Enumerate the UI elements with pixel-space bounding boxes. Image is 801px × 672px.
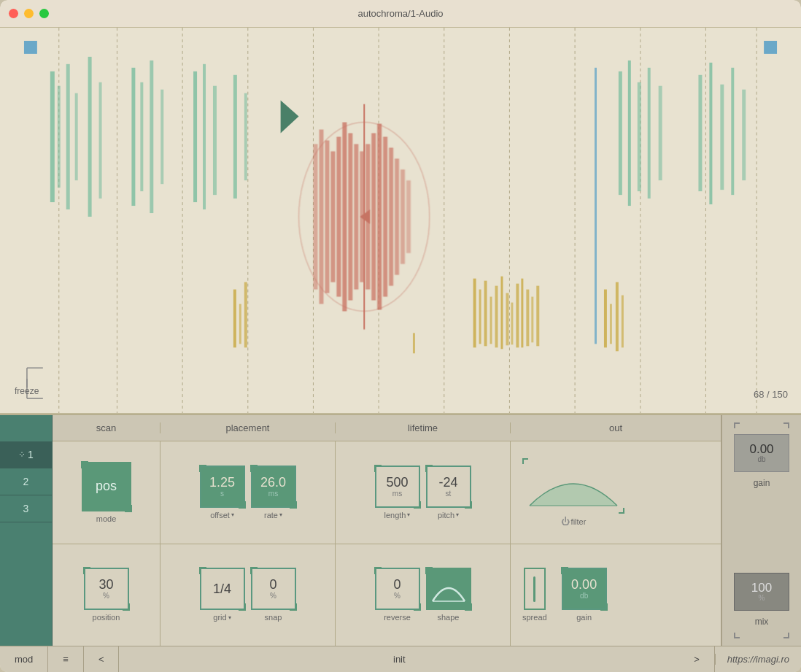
shape-display[interactable] (426, 568, 471, 610)
out-section: ⏻ filter (511, 441, 721, 544)
svg-rect-37 (342, 123, 347, 312)
svg-rect-67 (484, 281, 487, 347)
menu-button[interactable]: ≡ (48, 646, 84, 672)
minimize-button[interactable] (24, 9, 34, 18)
svg-rect-68 (490, 297, 492, 344)
viz-svg (0, 28, 801, 413)
rp-gain-knob[interactable]: 0.00 db (734, 434, 789, 472)
spread-label: spread (522, 613, 547, 622)
svg-rect-20 (99, 82, 102, 198)
rp-mix-label: mix (755, 617, 769, 627)
lifetime-header: lifetime (336, 422, 511, 433)
title-bar: autochroma/1-Audio (0, 0, 801, 28)
main-container: freeze 68 / 150 ⁘ 1 2 3 scan placeme (0, 28, 801, 672)
offset-knob[interactable]: 1.25 s (200, 466, 245, 508)
freeze-label[interactable]: freeze (15, 384, 39, 397)
right-panel: 0.00 db gain 100 % mix (721, 415, 801, 646)
grid-arrow[interactable]: ▾ (228, 614, 231, 621)
rate-label: rate ▾ (264, 511, 282, 520)
svg-rect-74 (521, 279, 523, 348)
svg-rect-15 (50, 72, 55, 202)
grid-knob[interactable]: 1/4 (200, 568, 245, 610)
svg-rect-18 (75, 93, 78, 181)
reverse-shape-section: 0 % reverse shape (336, 544, 511, 646)
svg-rect-26 (203, 64, 206, 209)
svg-rect-52 (619, 72, 622, 195)
reverse-knob[interactable]: 0 % (375, 568, 420, 610)
url-display: https://imagi.ro (715, 654, 801, 665)
svg-rect-66 (479, 290, 481, 344)
svg-rect-33 (319, 129, 323, 304)
offset-arrow[interactable]: ▾ (231, 511, 234, 518)
channel-2[interactable]: 2 (0, 468, 52, 495)
rp-bracket-top (734, 422, 789, 428)
svg-rect-64 (244, 282, 247, 348)
rate-knob[interactable]: 26.0 ms (251, 466, 296, 508)
position-label: position (93, 613, 120, 622)
section-headers: scan placement lifetime out (53, 415, 721, 441)
svg-rect-45 (389, 147, 393, 285)
filter-display (522, 458, 624, 511)
svg-rect-51 (595, 68, 597, 344)
viz-area: freeze 68 / 150 (0, 28, 801, 414)
svg-rect-76 (531, 297, 533, 343)
svg-rect-28 (233, 75, 237, 198)
svg-rect-59 (720, 85, 724, 190)
svg-rect-62 (233, 290, 236, 348)
bottom-bar: mod ≡ < init > https://imagi.ro (0, 646, 801, 672)
mod-button[interactable]: mod (0, 646, 48, 672)
channel-3[interactable]: 3 (0, 495, 52, 522)
close-button[interactable] (9, 9, 18, 18)
scan-section: pos mode (53, 441, 160, 544)
spread-display[interactable] (524, 568, 546, 610)
next-button[interactable]: > (679, 646, 715, 672)
pitch-arrow[interactable]: ▾ (456, 511, 459, 518)
svg-rect-53 (628, 61, 631, 206)
length-knob[interactable]: 500 ms (375, 466, 420, 508)
length-arrow[interactable]: ▾ (407, 511, 410, 518)
gain-label: gain (576, 613, 592, 622)
svg-rect-81 (616, 282, 619, 352)
filter-label: ⏻ filter (561, 517, 587, 527)
svg-rect-21 (131, 68, 135, 206)
offset-group: 1.25 s offset ▾ (200, 466, 245, 520)
mode-button[interactable]: pos (82, 462, 131, 511)
svg-rect-77 (536, 286, 539, 347)
svg-rect-61 (742, 90, 746, 181)
svg-rect-70 (500, 277, 503, 349)
svg-rect-35 (330, 151, 335, 282)
svg-rect-55 (648, 68, 651, 198)
rp-mix-knob[interactable]: 100 % (734, 573, 789, 611)
channel-1[interactable]: ⁘ 1 (0, 441, 52, 468)
placement-section: 1.25 s offset ▾ 26.0 ms (160, 441, 336, 544)
svg-rect-80 (610, 304, 612, 344)
svg-rect-16 (58, 86, 61, 188)
svg-rect-65 (473, 279, 476, 348)
svg-rect-63 (239, 304, 241, 344)
svg-rect-82 (622, 296, 624, 348)
snap-group: 0 % snap (251, 568, 296, 622)
gain-group: 0.00 db gain (562, 568, 607, 622)
svg-rect-71 (506, 293, 508, 346)
snap-knob[interactable]: 0 % (251, 568, 296, 610)
pitch-knob[interactable]: -24 st (426, 466, 471, 508)
mode-label: mode (96, 514, 117, 523)
svg-rect-47 (400, 169, 405, 264)
init-label: init (393, 654, 406, 665)
rate-arrow[interactable]: ▾ (279, 511, 282, 518)
filter-group: ⏻ filter (522, 458, 624, 527)
placement-header: placement (160, 422, 336, 433)
controls-row-1: pos mode 1.25 s offset ▾ (53, 441, 721, 544)
prev-button[interactable]: < (84, 646, 120, 672)
rp-gain-label: gain (754, 478, 770, 488)
shape-svg (430, 572, 468, 606)
position-section: 30 % position (53, 544, 160, 646)
spread-gain-section: spread 0.00 db gain (511, 544, 721, 646)
maximize-button[interactable] (39, 9, 49, 18)
rp-bracket-bottom (734, 633, 789, 638)
pitch-group: -24 st pitch ▾ (426, 466, 471, 520)
position-knob[interactable]: 30 % (84, 568, 129, 610)
window-controls (9, 9, 49, 18)
gain-knob[interactable]: 0.00 db (562, 568, 607, 610)
controls-area: ⁘ 1 2 3 scan placement lifetime out (0, 414, 801, 646)
